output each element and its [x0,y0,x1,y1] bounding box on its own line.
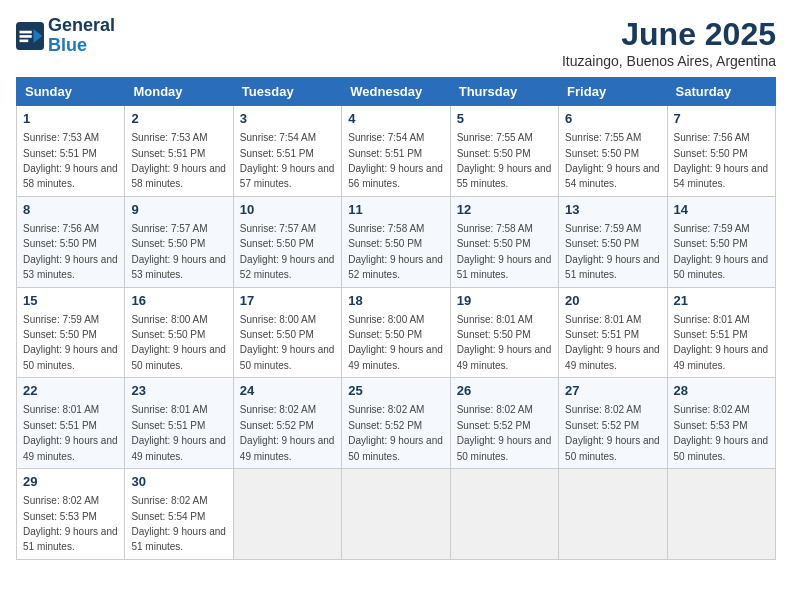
calendar-week-row: 1Sunrise: 7:53 AMSunset: 5:51 PMDaylight… [17,106,776,197]
calendar-cell: 8Sunrise: 7:56 AMSunset: 5:50 PMDaylight… [17,196,125,287]
calendar-cell: 13Sunrise: 7:59 AMSunset: 5:50 PMDayligh… [559,196,667,287]
day-number: 7 [674,110,769,128]
calendar-week-row: 29Sunrise: 8:02 AMSunset: 5:53 PMDayligh… [17,469,776,560]
calendar-cell: 11Sunrise: 7:58 AMSunset: 5:50 PMDayligh… [342,196,450,287]
day-number: 2 [131,110,226,128]
day-info: Sunrise: 8:01 AMSunset: 5:51 PMDaylight:… [131,404,226,461]
day-info: Sunrise: 8:02 AMSunset: 5:52 PMDaylight:… [565,404,660,461]
calendar-table: SundayMondayTuesdayWednesdayThursdayFrid… [16,77,776,560]
weekday-header-sunday: Sunday [17,78,125,106]
logo-icon [16,22,44,50]
calendar-cell: 19Sunrise: 8:01 AMSunset: 5:50 PMDayligh… [450,287,558,378]
weekday-header-thursday: Thursday [450,78,558,106]
day-number: 29 [23,473,118,491]
weekday-header-wednesday: Wednesday [342,78,450,106]
day-number: 11 [348,201,443,219]
weekday-header-saturday: Saturday [667,78,775,106]
svg-rect-3 [20,35,32,38]
title-area: June 2025 Ituzaingo, Buenos Aires, Argen… [562,16,776,69]
calendar-cell: 28Sunrise: 8:02 AMSunset: 5:53 PMDayligh… [667,378,775,469]
day-info: Sunrise: 7:59 AMSunset: 5:50 PMDaylight:… [674,223,769,280]
day-number: 23 [131,382,226,400]
calendar-cell: 25Sunrise: 8:02 AMSunset: 5:52 PMDayligh… [342,378,450,469]
weekday-header-tuesday: Tuesday [233,78,341,106]
calendar-week-row: 15Sunrise: 7:59 AMSunset: 5:50 PMDayligh… [17,287,776,378]
day-info: Sunrise: 7:54 AMSunset: 5:51 PMDaylight:… [348,132,443,189]
day-number: 14 [674,201,769,219]
day-info: Sunrise: 8:01 AMSunset: 5:50 PMDaylight:… [457,314,552,371]
calendar-cell [233,469,341,560]
calendar-body: 1Sunrise: 7:53 AMSunset: 5:51 PMDaylight… [17,106,776,560]
day-number: 15 [23,292,118,310]
weekday-header-friday: Friday [559,78,667,106]
calendar-cell: 10Sunrise: 7:57 AMSunset: 5:50 PMDayligh… [233,196,341,287]
calendar-cell: 24Sunrise: 8:02 AMSunset: 5:52 PMDayligh… [233,378,341,469]
calendar-cell: 6Sunrise: 7:55 AMSunset: 5:50 PMDaylight… [559,106,667,197]
day-number: 9 [131,201,226,219]
calendar-cell: 21Sunrise: 8:01 AMSunset: 5:51 PMDayligh… [667,287,775,378]
location-title: Ituzaingo, Buenos Aires, Argentina [562,53,776,69]
calendar-cell: 2Sunrise: 7:53 AMSunset: 5:51 PMDaylight… [125,106,233,197]
day-number: 24 [240,382,335,400]
calendar-cell: 27Sunrise: 8:02 AMSunset: 5:52 PMDayligh… [559,378,667,469]
day-info: Sunrise: 8:02 AMSunset: 5:53 PMDaylight:… [23,495,118,552]
day-info: Sunrise: 7:57 AMSunset: 5:50 PMDaylight:… [240,223,335,280]
day-number: 5 [457,110,552,128]
day-info: Sunrise: 8:02 AMSunset: 5:52 PMDaylight:… [348,404,443,461]
calendar-cell: 23Sunrise: 8:01 AMSunset: 5:51 PMDayligh… [125,378,233,469]
calendar-cell: 7Sunrise: 7:56 AMSunset: 5:50 PMDaylight… [667,106,775,197]
calendar-cell: 16Sunrise: 8:00 AMSunset: 5:50 PMDayligh… [125,287,233,378]
calendar-cell [667,469,775,560]
calendar-week-row: 8Sunrise: 7:56 AMSunset: 5:50 PMDaylight… [17,196,776,287]
calendar-cell: 18Sunrise: 8:00 AMSunset: 5:50 PMDayligh… [342,287,450,378]
day-number: 18 [348,292,443,310]
day-number: 19 [457,292,552,310]
day-info: Sunrise: 7:57 AMSunset: 5:50 PMDaylight:… [131,223,226,280]
day-info: Sunrise: 8:00 AMSunset: 5:50 PMDaylight:… [348,314,443,371]
day-number: 21 [674,292,769,310]
day-info: Sunrise: 7:54 AMSunset: 5:51 PMDaylight:… [240,132,335,189]
day-info: Sunrise: 8:01 AMSunset: 5:51 PMDaylight:… [674,314,769,371]
day-info: Sunrise: 8:02 AMSunset: 5:52 PMDaylight:… [240,404,335,461]
day-info: Sunrise: 7:58 AMSunset: 5:50 PMDaylight:… [348,223,443,280]
day-number: 17 [240,292,335,310]
svg-rect-2 [20,31,32,34]
day-number: 8 [23,201,118,219]
day-info: Sunrise: 7:53 AMSunset: 5:51 PMDaylight:… [131,132,226,189]
day-number: 10 [240,201,335,219]
day-number: 3 [240,110,335,128]
day-info: Sunrise: 7:53 AMSunset: 5:51 PMDaylight:… [23,132,118,189]
day-number: 28 [674,382,769,400]
day-info: Sunrise: 8:00 AMSunset: 5:50 PMDaylight:… [131,314,226,371]
day-number: 26 [457,382,552,400]
weekday-header-row: SundayMondayTuesdayWednesdayThursdayFrid… [17,78,776,106]
day-info: Sunrise: 7:59 AMSunset: 5:50 PMDaylight:… [565,223,660,280]
day-number: 13 [565,201,660,219]
calendar-cell: 4Sunrise: 7:54 AMSunset: 5:51 PMDaylight… [342,106,450,197]
calendar-cell: 29Sunrise: 8:02 AMSunset: 5:53 PMDayligh… [17,469,125,560]
day-info: Sunrise: 7:55 AMSunset: 5:50 PMDaylight:… [565,132,660,189]
svg-rect-4 [20,39,29,42]
calendar-cell [450,469,558,560]
day-number: 4 [348,110,443,128]
day-number: 12 [457,201,552,219]
calendar-cell [342,469,450,560]
day-info: Sunrise: 7:56 AMSunset: 5:50 PMDaylight:… [674,132,769,189]
calendar-cell: 22Sunrise: 8:01 AMSunset: 5:51 PMDayligh… [17,378,125,469]
day-number: 1 [23,110,118,128]
day-info: Sunrise: 8:02 AMSunset: 5:52 PMDaylight:… [457,404,552,461]
calendar-cell: 5Sunrise: 7:55 AMSunset: 5:50 PMDaylight… [450,106,558,197]
day-number: 22 [23,382,118,400]
day-number: 30 [131,473,226,491]
day-info: Sunrise: 8:01 AMSunset: 5:51 PMDaylight:… [565,314,660,371]
calendar-cell: 20Sunrise: 8:01 AMSunset: 5:51 PMDayligh… [559,287,667,378]
month-title: June 2025 [562,16,776,53]
calendar-cell [559,469,667,560]
calendar-cell: 14Sunrise: 7:59 AMSunset: 5:50 PMDayligh… [667,196,775,287]
day-info: Sunrise: 8:01 AMSunset: 5:51 PMDaylight:… [23,404,118,461]
calendar-cell: 3Sunrise: 7:54 AMSunset: 5:51 PMDaylight… [233,106,341,197]
calendar-cell: 17Sunrise: 8:00 AMSunset: 5:50 PMDayligh… [233,287,341,378]
day-info: Sunrise: 8:00 AMSunset: 5:50 PMDaylight:… [240,314,335,371]
day-info: Sunrise: 7:55 AMSunset: 5:50 PMDaylight:… [457,132,552,189]
logo: General Blue [16,16,115,56]
